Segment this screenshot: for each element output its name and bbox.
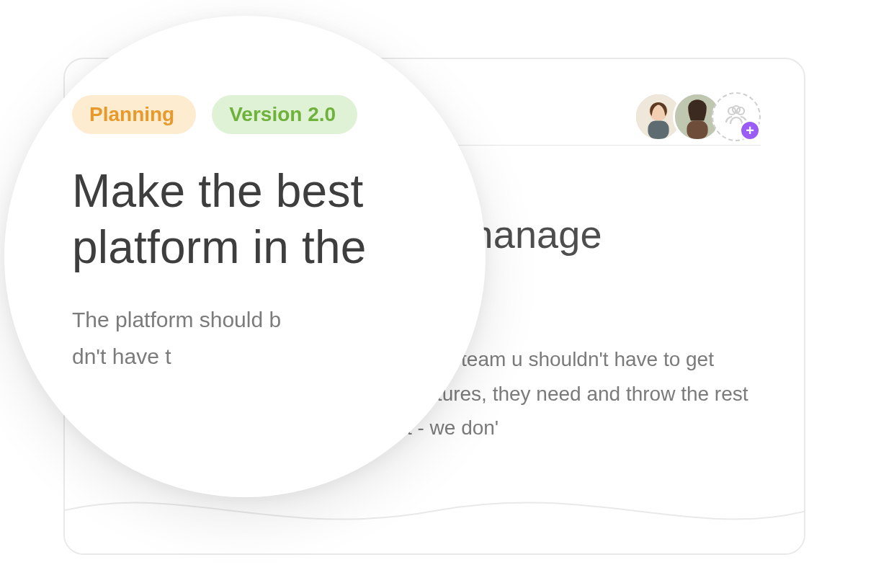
tag-planning[interactable]: Planning: [72, 95, 196, 134]
tag-version[interactable]: Version 2.0: [212, 95, 357, 134]
lens-body: The platform should b dn't have t: [72, 301, 428, 375]
zoom-lens: Planning Version 2.0 Make the best platf…: [4, 16, 486, 497]
svg-point-8: [733, 106, 740, 113]
tag-row: Planning Version 2.0: [72, 95, 428, 134]
plus-icon: +: [739, 120, 761, 141]
lens-title: Make the best platform in the: [72, 163, 428, 275]
add-member-button[interactable]: +: [712, 92, 761, 141]
svg-rect-2: [648, 120, 669, 139]
member-avatars: +: [634, 92, 761, 141]
svg-rect-5: [687, 120, 707, 139]
